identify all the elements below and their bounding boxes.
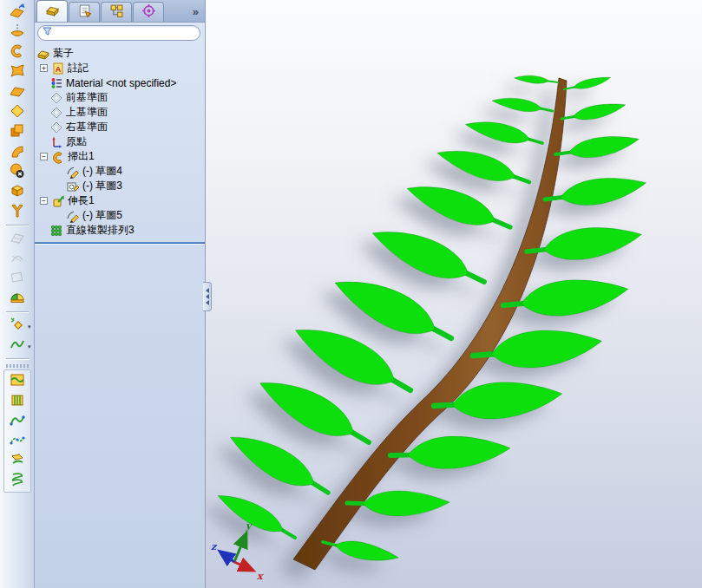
tree-item-extrude-feature[interactable]: −伸長1 bbox=[35, 193, 205, 208]
leaf[interactable] bbox=[514, 73, 558, 87]
leaf-blade bbox=[328, 264, 443, 347]
graphics-viewport[interactable]: y x z bbox=[206, 0, 702, 588]
tree-item-label: 掃出1 bbox=[68, 149, 95, 164]
tree-item-label: (-) 草圖4 bbox=[82, 164, 122, 179]
leaf[interactable] bbox=[543, 173, 648, 211]
tree-item-sweep-feature[interactable]: −掃出1 bbox=[35, 149, 205, 164]
toolbar-divider bbox=[6, 225, 29, 226]
tree-item-label: (-) 草圖5 bbox=[82, 208, 122, 223]
untrim-surface-button bbox=[4, 269, 30, 289]
curve-through-points-button[interactable] bbox=[4, 431, 30, 451]
expand-box[interactable]: + bbox=[40, 64, 48, 72]
leaf-blade bbox=[559, 173, 648, 209]
delete-face-button[interactable] bbox=[4, 162, 30, 182]
tree-item-material[interactable]: Material <not specified> bbox=[35, 75, 205, 90]
dome-icon bbox=[9, 289, 26, 310]
panel-collapse-tab[interactable] bbox=[203, 282, 212, 311]
leaf-blade bbox=[333, 536, 399, 567]
linear-pattern-icon bbox=[49, 224, 63, 238]
tree-item-linear-pattern[interactable]: 直線複製排列3 bbox=[35, 223, 205, 238]
tree-item-sketch[interactable]: (-) 草圖5 bbox=[35, 208, 205, 223]
tree-item-plane[interactable]: 右基準面 bbox=[35, 120, 205, 134]
tree-item-annotations[interactable]: +A註記 bbox=[35, 61, 205, 75]
leaf-blade bbox=[403, 173, 500, 235]
boundary-surface-button[interactable] bbox=[4, 82, 30, 102]
rollback-bar[interactable] bbox=[35, 242, 205, 245]
collapse-box[interactable]: − bbox=[40, 197, 48, 205]
project-curve-button[interactable] bbox=[4, 391, 30, 411]
tree-item-part[interactable]: 葉子 bbox=[35, 46, 205, 61]
sketch-profile-icon bbox=[66, 180, 80, 193]
plane-icon bbox=[49, 106, 63, 120]
leaf[interactable] bbox=[463, 114, 544, 152]
ruled-surface-icon bbox=[9, 142, 26, 163]
lofted-surface-button[interactable] bbox=[4, 62, 30, 82]
tree-item-label: Material <not specified> bbox=[66, 77, 176, 89]
delete-face-icon bbox=[9, 162, 26, 183]
triad-y-axis bbox=[234, 535, 246, 562]
triad-x-label: x bbox=[257, 571, 264, 582]
leaf-blade bbox=[225, 422, 321, 498]
tab-propertymanager[interactable] bbox=[69, 2, 100, 22]
leaf[interactable] bbox=[403, 173, 515, 242]
filter-bar bbox=[35, 23, 205, 42]
collapse-box[interactable]: − bbox=[40, 153, 48, 160]
leaf[interactable] bbox=[561, 101, 627, 125]
planar-surface-icon bbox=[9, 102, 26, 123]
cm-tab-icon bbox=[109, 3, 124, 22]
triad-z-axis bbox=[221, 552, 234, 562]
project-curve-icon bbox=[9, 391, 26, 412]
curve-ref-points-button[interactable] bbox=[4, 451, 30, 471]
leaf[interactable] bbox=[554, 132, 640, 162]
tab-featuremanager[interactable] bbox=[36, 0, 68, 22]
tree-item-label: 直線複製排列3 bbox=[66, 223, 134, 238]
freeform-button[interactable] bbox=[4, 202, 30, 222]
tree-item-sketch[interactable]: (-) 草圖4 bbox=[35, 164, 205, 179]
plant-group[interactable] bbox=[214, 73, 648, 570]
leaf[interactable] bbox=[434, 140, 533, 194]
offset-surface-button[interactable] bbox=[4, 122, 30, 142]
swept-surface-icon bbox=[9, 42, 26, 63]
tree-item-plane[interactable]: 上基準面 bbox=[35, 105, 205, 120]
tree-item-label: 上基準面 bbox=[66, 105, 108, 120]
tab-dimxpertmanager[interactable] bbox=[133, 2, 164, 22]
split-line-button[interactable] bbox=[4, 371, 30, 391]
leaf-blade bbox=[573, 75, 612, 91]
tree-item-label: (-) 草圖3 bbox=[82, 179, 122, 193]
instant3d-button[interactable]: ▾ bbox=[4, 316, 30, 336]
tree-item-sketch-profile[interactable]: (-) 草圖3 bbox=[35, 179, 205, 193]
swept-surface-button[interactable] bbox=[4, 42, 30, 62]
leaf-blade bbox=[434, 140, 518, 189]
leaf[interactable] bbox=[563, 75, 612, 93]
leaf-blade bbox=[491, 93, 543, 114]
tree-item-origin[interactable]: 原點 bbox=[35, 134, 205, 149]
leaf[interactable] bbox=[367, 215, 491, 298]
toolbar-overflow-chevron[interactable]: » bbox=[193, 5, 201, 22]
toolbar-drag-handle[interactable] bbox=[6, 364, 29, 368]
tree-item-plane[interactable]: 前基準面 bbox=[35, 90, 205, 105]
leaf[interactable] bbox=[225, 422, 335, 506]
curves-toolbar-group bbox=[3, 369, 31, 493]
filter-input[interactable] bbox=[37, 25, 200, 41]
leaf-blade bbox=[542, 223, 644, 264]
solidworks-window: ▾▾ » 葉子+A註記Material <not specified>前基準面上… bbox=[0, 0, 702, 588]
leaf[interactable] bbox=[491, 93, 554, 117]
spline-flyout-button[interactable]: ▾ bbox=[4, 336, 30, 356]
extruded-surface-button[interactable] bbox=[4, 3, 30, 23]
tab-configurationmanager[interactable] bbox=[101, 2, 132, 22]
replace-face-button[interactable] bbox=[4, 182, 30, 202]
dropdown-arrow-icon[interactable]: ▾ bbox=[28, 323, 31, 330]
dome-button[interactable] bbox=[4, 289, 30, 309]
dropdown-arrow-icon[interactable]: ▾ bbox=[28, 343, 31, 350]
spline-flyout-icon bbox=[9, 336, 26, 356]
split-line-icon bbox=[9, 371, 26, 392]
revolved-surface-button[interactable] bbox=[4, 23, 30, 42]
planar-surface-button[interactable] bbox=[4, 102, 30, 122]
helix-spiral-button[interactable] bbox=[4, 471, 30, 491]
leaf-branch-model[interactable] bbox=[206, 0, 701, 588]
ruled-surface-button[interactable] bbox=[4, 142, 30, 162]
knit-surface-button bbox=[4, 229, 30, 249]
annotations-icon: A bbox=[51, 62, 65, 75]
composite-curve-button[interactable] bbox=[4, 411, 30, 431]
toolbar-divider bbox=[6, 311, 29, 313]
